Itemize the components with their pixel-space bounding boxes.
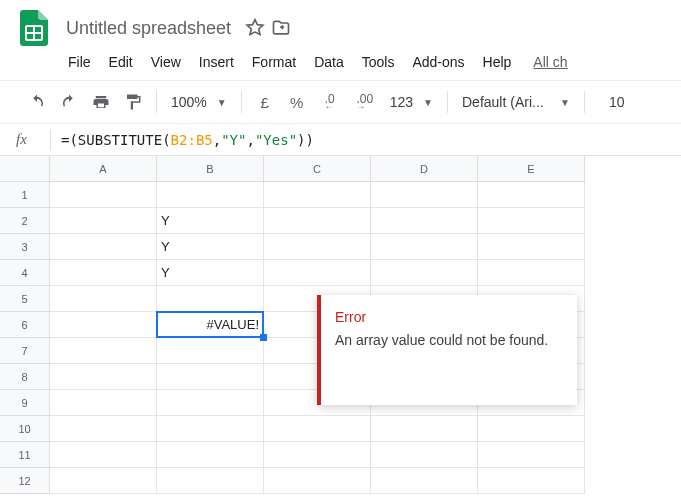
col-header-C[interactable]: C [264, 156, 371, 182]
cell-A8[interactable] [50, 364, 157, 390]
chevron-down-icon: ▼ [560, 97, 570, 108]
cell-E1[interactable] [478, 182, 585, 208]
fill-handle[interactable] [260, 334, 267, 341]
chevron-down-icon: ▼ [423, 97, 433, 108]
row-header-10[interactable]: 10 [0, 416, 50, 442]
cell-A1[interactable] [50, 182, 157, 208]
row-header-5[interactable]: 5 [0, 286, 50, 312]
cell-A2[interactable] [50, 208, 157, 234]
menu-edit[interactable]: Edit [101, 50, 141, 74]
zoom-value: 100% [171, 94, 207, 110]
menu-addons[interactable]: Add-ons [404, 50, 472, 74]
row-header-11[interactable]: 11 [0, 442, 50, 468]
col-header-B[interactable]: B [157, 156, 264, 182]
cell-A4[interactable] [50, 260, 157, 286]
font-size-selector[interactable]: 10 [593, 94, 635, 110]
cell-B12[interactable] [157, 468, 264, 494]
last-edit-link[interactable]: All ch [521, 54, 567, 70]
cell-B9[interactable] [157, 390, 264, 416]
cell-C11[interactable] [264, 442, 371, 468]
col-header-A[interactable]: A [50, 156, 157, 182]
row-header-12[interactable]: 12 [0, 468, 50, 494]
cell-E11[interactable] [478, 442, 585, 468]
move-folder-icon[interactable] [271, 18, 291, 38]
cell-B5[interactable] [157, 286, 264, 312]
font-selector[interactable]: Default (Ari...▼ [456, 94, 576, 110]
col-header-D[interactable]: D [371, 156, 478, 182]
cell-D11[interactable] [371, 442, 478, 468]
col-header-E[interactable]: E [478, 156, 585, 182]
row-header-6[interactable]: 6 [0, 312, 50, 338]
cell-D12[interactable] [371, 468, 478, 494]
cell-D4[interactable] [371, 260, 478, 286]
menu-format[interactable]: Format [244, 50, 304, 74]
cell-B8[interactable] [157, 364, 264, 390]
row-header-1[interactable]: 1 [0, 182, 50, 208]
row-header-7[interactable]: 7 [0, 338, 50, 364]
cell-B10[interactable] [157, 416, 264, 442]
font-name-label: Default (Ari... [462, 94, 544, 110]
cell-A11[interactable] [50, 442, 157, 468]
cell-B1[interactable] [157, 182, 264, 208]
row-header-8[interactable]: 8 [0, 364, 50, 390]
percent-button[interactable]: % [282, 88, 312, 116]
menu-data[interactable]: Data [306, 50, 352, 74]
menu-tools[interactable]: Tools [354, 50, 403, 74]
cell-D10[interactable] [371, 416, 478, 442]
cell-A6[interactable] [50, 312, 157, 338]
cell-A7[interactable] [50, 338, 157, 364]
zoom-selector[interactable]: 100%▼ [165, 94, 233, 110]
decrease-decimal-button[interactable]: .0← [314, 88, 346, 116]
cell-C12[interactable] [264, 468, 371, 494]
cell-A5[interactable] [50, 286, 157, 312]
cell-A9[interactable] [50, 390, 157, 416]
redo-button[interactable] [54, 88, 84, 116]
paint-format-button[interactable] [118, 88, 148, 116]
error-message: An array value could not be found. [335, 331, 559, 351]
print-button[interactable] [86, 88, 116, 116]
undo-button[interactable] [22, 88, 52, 116]
menu-help[interactable]: Help [475, 50, 520, 74]
cell-C2[interactable] [264, 208, 371, 234]
cell-B7[interactable] [157, 338, 264, 364]
cell-D2[interactable] [371, 208, 478, 234]
cell-A12[interactable] [50, 468, 157, 494]
cell-B4[interactable]: Y [157, 260, 264, 286]
cell-E3[interactable] [478, 234, 585, 260]
menu-insert[interactable]: Insert [191, 50, 242, 74]
cell-E10[interactable] [478, 416, 585, 442]
cell-D3[interactable] [371, 234, 478, 260]
select-all-corner[interactable] [0, 156, 50, 182]
doc-title[interactable]: Untitled spreadsheet [60, 16, 237, 41]
row-header-9[interactable]: 9 [0, 390, 50, 416]
formula-bar: fx =(SUBSTITUTE(B2:B5,"Y","Yes")) [0, 124, 681, 156]
cell-C4[interactable] [264, 260, 371, 286]
formula-input[interactable]: =(SUBSTITUTE(B2:B5,"Y","Yes")) [61, 132, 681, 148]
cell-B2[interactable]: Y [157, 208, 264, 234]
more-formats-label: 123 [390, 94, 413, 110]
cell-E2[interactable] [478, 208, 585, 234]
cell-A10[interactable] [50, 416, 157, 442]
cell-C3[interactable] [264, 234, 371, 260]
fx-icon[interactable]: fx [16, 131, 50, 148]
font-size-value: 10 [609, 94, 625, 110]
increase-decimal-button[interactable]: .00→ [348, 88, 382, 116]
more-formats-button[interactable]: 123▼ [384, 94, 439, 110]
cell-B6[interactable]: #VALUE! [157, 312, 264, 338]
row-header-2[interactable]: 2 [0, 208, 50, 234]
cell-A3[interactable] [50, 234, 157, 260]
menu-file[interactable]: File [60, 50, 99, 74]
cell-C10[interactable] [264, 416, 371, 442]
star-icon[interactable] [245, 18, 265, 38]
cell-E4[interactable] [478, 260, 585, 286]
cell-D1[interactable] [371, 182, 478, 208]
row-header-4[interactable]: 4 [0, 260, 50, 286]
cell-B11[interactable] [157, 442, 264, 468]
currency-button[interactable]: £ [250, 88, 280, 116]
cell-C1[interactable] [264, 182, 371, 208]
cell-B3[interactable]: Y [157, 234, 264, 260]
menu-view[interactable]: View [143, 50, 189, 74]
sheets-logo[interactable] [14, 8, 54, 48]
row-header-3[interactable]: 3 [0, 234, 50, 260]
cell-E12[interactable] [478, 468, 585, 494]
